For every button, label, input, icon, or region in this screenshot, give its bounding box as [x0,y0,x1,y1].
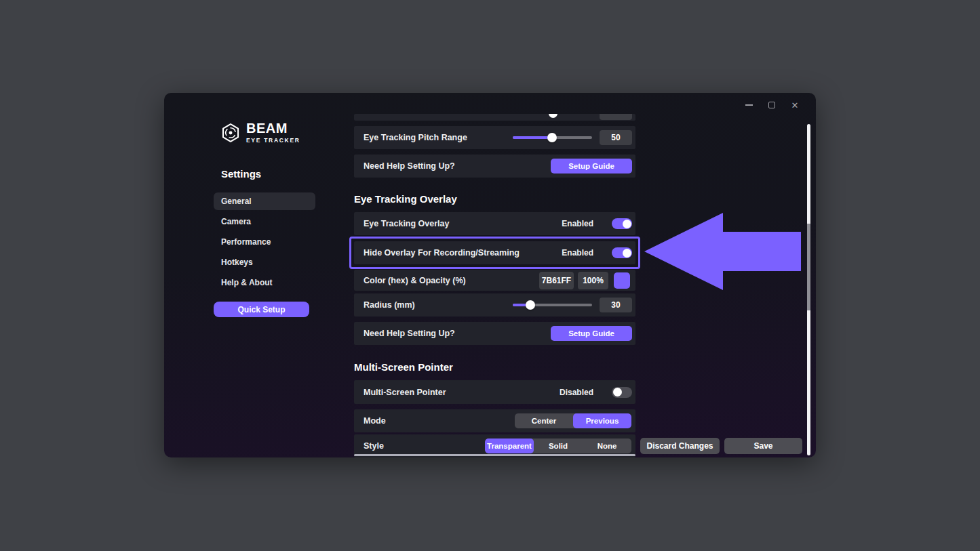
vertical-scrollbar-thumb[interactable] [807,224,810,310]
sidebar-item-camera[interactable]: Camera [214,213,315,230]
multi-screen-pointer-row: Multi-Screen Pointer Disabled [354,380,635,404]
settings-content: Eye Tracking Pitch Range 50 Need Help Se… [354,93,635,457]
close-icon: ✕ [791,101,799,110]
settings-heading: Settings [221,168,261,180]
radius-value[interactable]: 30 [600,298,632,312]
overlay-section-title: Eye Tracking Overlay [354,193,635,207]
multi-screen-pointer-label: Multi-Screen Pointer [364,388,446,397]
help-label: Need Help Setting Up? [364,161,455,171]
style-label: Style [364,441,384,451]
save-button[interactable]: Save [724,438,802,454]
hide-overlay-row: Hide Overlay For Recording/Streaming Ena… [354,241,635,264]
app-logo: BEAM EYE TRACKER [220,121,300,144]
pointer-state-label: Disabled [560,388,593,397]
titlebar-controls: ✕ [737,96,806,115]
mode-option-center[interactable]: Center [515,413,573,428]
setup-guide-button-2[interactable]: Setup Guide [551,326,632,341]
hide-overlay-toggle[interactable] [612,247,632,258]
overlay-toggle-row: Eye Tracking Overlay Enabled [354,212,635,235]
discard-changes-button[interactable]: Discard Changes [640,438,720,454]
vertical-scrollbar[interactable] [807,124,810,455]
sidebar-item-hotkeys[interactable]: Hotkeys [214,253,315,271]
help-row-1: Need Help Setting Up? Setup Guide [354,155,635,178]
mode-segmented-control: Center Previous [515,413,631,428]
overlay-toggle[interactable] [612,218,632,229]
minimize-button[interactable] [737,96,760,115]
minimize-icon [745,104,753,106]
sidebar-item-general[interactable]: General [214,192,315,210]
hide-overlay-label: Hide Overlay For Recording/Streaming [364,248,520,258]
pointer-section-title: Multi-Screen Pointer [354,361,635,375]
color-opacity-row: Color (hex) & Opacity (%) 7B61FF 100% [354,270,635,291]
setup-guide-button[interactable]: Setup Guide [551,159,632,174]
maximize-icon [768,102,775,108]
color-swatch[interactable] [614,272,630,289]
color-hex-input[interactable]: 7B61FF [539,272,574,289]
multi-screen-pointer-toggle[interactable] [612,387,632,398]
slider-thumb-sliver[interactable] [549,114,557,118]
help-label-2: Need Help Setting Up? [364,329,455,338]
style-option-transparent[interactable]: Transparent [485,438,534,453]
value-box-sliver [600,114,632,120]
pitch-slider-thumb[interactable] [547,133,557,142]
mode-row: Mode Center Previous [354,409,635,432]
settings-window: ✕ BEAM EYE TRACKER Settings General Came… [164,93,816,457]
hide-overlay-state-label: Enabled [562,248,593,258]
radius-slider[interactable] [513,300,592,310]
beam-logo-icon [220,123,241,143]
horizontal-scrollbar[interactable] [354,454,635,456]
color-opacity-label: Color (hex) & Opacity (%) [364,276,466,285]
sidebar-item-performance[interactable]: Performance [214,233,315,251]
highlight-outline: Hide Overlay For Recording/Streaming Ena… [349,237,640,269]
pitch-range-label: Eye Tracking Pitch Range [364,133,467,142]
sidebar-nav: General Camera Performance Hotkeys Help … [214,192,315,294]
style-option-solid[interactable]: Solid [534,438,583,453]
style-segmented-control: Transparent Solid None [485,438,631,453]
sidebar-item-help-about[interactable]: Help & About [214,274,315,291]
overlay-state-label: Enabled [562,219,593,228]
quick-setup-button[interactable]: Quick Setup [214,302,309,317]
pitch-range-row: Eye Tracking Pitch Range 50 [354,126,635,149]
mode-label: Mode [364,416,386,426]
radius-label: Radius (mm) [364,300,415,310]
close-button[interactable]: ✕ [783,96,806,115]
mode-option-previous[interactable]: Previous [573,413,631,428]
clipped-row [354,114,635,121]
style-option-none[interactable]: None [583,438,631,453]
maximize-button[interactable] [760,96,783,115]
help-row-2: Need Help Setting Up? Setup Guide [354,322,635,345]
radius-slider-thumb[interactable] [526,300,535,310]
app-name: BEAM [246,121,300,135]
opacity-input[interactable]: 100% [578,272,608,289]
overlay-toggle-label: Eye Tracking Overlay [364,219,449,228]
pitch-range-slider[interactable] [513,133,592,142]
app-subtitle: EYE TRACKER [246,137,300,144]
pitch-range-value[interactable]: 50 [600,130,632,145]
radius-row: Radius (mm) 30 [354,293,635,317]
